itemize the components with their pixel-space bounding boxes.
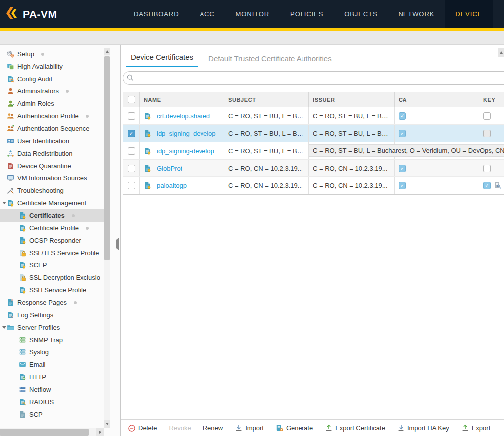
generate-button[interactable]: Generate: [276, 424, 313, 432]
row-checkbox[interactable]: ✓: [128, 130, 135, 137]
key-checkbox[interactable]: [483, 112, 491, 120]
table-row[interactable]: GlobProtC = RO, CN = 10.2.3.19...C = RO,…: [123, 160, 504, 177]
nav-item-network[interactable]: NETWORK: [388, 0, 445, 28]
sidebar-item-high-availability[interactable]: High Availability: [0, 60, 104, 73]
sidebar-item-certificates[interactable]: Certificates: [0, 209, 104, 222]
column-header-name[interactable]: NAME: [140, 92, 224, 107]
ca-checkbox[interactable]: ✓: [399, 130, 406, 137]
export-certificate-button[interactable]: Export Certificate: [325, 424, 385, 432]
sidebar-item-user-identification[interactable]: User Identification: [0, 135, 104, 147]
column-header-key[interactable]: KEY: [479, 92, 504, 107]
sidebar-item-netflow[interactable]: Netflow: [0, 383, 104, 396]
sidebar-item-data-redistribution[interactable]: Data Redistribution: [0, 147, 104, 160]
ca-checkbox[interactable]: ✓: [399, 112, 406, 120]
table-row[interactable]: crt.develop.sharedC = RO, ST = BU, L = B…: [123, 107, 504, 125]
certificate-name-link[interactable]: idp_signing_develop: [157, 130, 216, 137]
sidebar-item-authentication-sequence[interactable]: Authentication Sequence: [0, 122, 104, 135]
sidebar-item-administrators[interactable]: Administrators: [0, 85, 104, 97]
sidebar-item-setup[interactable]: Setup: [0, 48, 104, 60]
certificate-search-input[interactable]: [123, 71, 504, 85]
import-ha-key-button[interactable]: Import HA Key: [397, 424, 449, 432]
nav-item-acc[interactable]: ACC: [189, 0, 225, 28]
sidebar-item-vm-information-sources[interactable]: VM Information Sources: [0, 172, 104, 184]
sidebar-item-log-settings[interactable]: Log Settings: [0, 309, 104, 321]
sidebar-item-ssl-decryption-exclusio[interactable]: SSL Decryption Exclusio: [0, 271, 104, 284]
main-scroll-up-button[interactable]: [498, 48, 504, 57]
scroll-down-button[interactable]: [104, 420, 110, 428]
sidebar-item-ocsp-responder[interactable]: OCSP Responder: [0, 234, 104, 247]
table-row[interactable]: idp_signing-developC = RO, ST = BU, L = …: [123, 142, 504, 160]
sidebar-item-label: Authentication Sequence: [17, 125, 90, 132]
row-checkbox[interactable]: [128, 165, 135, 172]
subject-text: C = RO, CN = 10.2.3.19...: [228, 182, 303, 189]
sidebar-item-http[interactable]: HTTP: [0, 371, 104, 383]
sidebar-vertical-scrollbar[interactable]: [104, 48, 110, 428]
horizontal-scrollbar-thumb[interactable]: [0, 429, 89, 436]
key-cell: [479, 125, 504, 142]
name-cell: crt.develop.shared: [140, 107, 224, 124]
key-checkbox[interactable]: ✓: [483, 182, 491, 189]
certificate-name-link[interactable]: paloaltogp: [157, 182, 187, 189]
sidebar-item-certificate-profile[interactable]: Certificate Profile: [0, 222, 104, 234]
scroll-up-button[interactable]: [104, 48, 110, 55]
sidebar-item-response-pages[interactable]: Response Pages: [0, 296, 104, 309]
nav-item-dashboard[interactable]: DASHBOARD: [123, 0, 189, 28]
nav-item-objects[interactable]: OBJECTS: [334, 0, 388, 28]
sidebar-collapse-handle[interactable]: [116, 240, 119, 249]
certificate-name-link[interactable]: crt.develop.shared: [157, 112, 210, 120]
sidebar-item-label: Log Settings: [17, 311, 53, 319]
sidebar-item-admin-roles[interactable]: Admin Roles: [0, 97, 104, 110]
sidebar-item-email[interactable]: Email: [0, 358, 104, 371]
sidebar-item-troubleshooting[interactable]: Troubleshooting: [0, 184, 104, 197]
column-header-subject[interactable]: SUBJECT: [224, 92, 309, 107]
issuer-text: C = RO, ST = BU, L = Bu...: [313, 130, 390, 137]
select-all-checkbox[interactable]: [128, 96, 135, 103]
sidebar-item-label: Device Quarantine: [17, 162, 71, 170]
sidebar-item-server-profiles[interactable]: Server Profiles: [0, 321, 104, 334]
key-checkbox[interactable]: [483, 165, 491, 172]
tab-default-trusted-certificate-authorities[interactable]: Default Trusted Certificate Authorities: [203, 54, 337, 67]
certificate-icon: [144, 130, 151, 137]
tab-device-certificates[interactable]: Device Certificates: [126, 53, 198, 67]
nav-item-device[interactable]: DEVICE: [445, 0, 493, 28]
sidebar-item-scep[interactable]: SCEP: [0, 259, 104, 271]
nav-item-monitor[interactable]: MONITOR: [225, 0, 280, 28]
delete-button[interactable]: Delete: [128, 424, 157, 432]
certificate-name-link[interactable]: idp_signing-develop: [157, 147, 214, 155]
sidebar-item-authentication-profile[interactable]: Authentication Profile: [0, 110, 104, 122]
table-row[interactable]: paloaltogpC = RO, CN = 10.2.3.19...C = R…: [123, 177, 504, 194]
sidebar-item-snmp-trap[interactable]: SNMP Trap: [0, 334, 104, 346]
revoke-button[interactable]: Revoke: [169, 424, 191, 432]
sidebar-item-scp[interactable]: SCP: [0, 408, 104, 421]
sidebar-horizontal-scrollbar[interactable]: [0, 428, 104, 436]
nav-item-policies[interactable]: POLICIES: [280, 0, 334, 28]
vertical-scrollbar-thumb[interactable]: [104, 56, 110, 260]
sidebar-item-ssl-tls-service-profile[interactable]: SSL/TLS Service Profile: [0, 247, 104, 259]
sidebar-item-config-audit[interactable]: Config Audit: [0, 73, 104, 85]
sidebar-item-ssh-service-profile[interactable]: SSH Service Profile: [0, 284, 104, 296]
import-button[interactable]: Import: [235, 424, 264, 432]
export-button[interactable]: Export: [461, 424, 491, 432]
row-checkbox[interactable]: [128, 147, 135, 155]
sidebar-item-syslog[interactable]: Syslog: [0, 346, 104, 358]
ca-cell: ✓: [395, 107, 479, 124]
sidebar-splitter[interactable]: [111, 45, 120, 436]
issuer-cell: C = RO, CN = 10.2.3.19...: [309, 177, 395, 194]
sidebar-item-label: Netflow: [29, 386, 51, 393]
ca-checkbox[interactable]: ✓: [399, 165, 406, 172]
renew-button[interactable]: Renew: [203, 424, 223, 432]
scroll-right-button[interactable]: [96, 428, 104, 436]
table-row[interactable]: ✓idp_signing_developC = RO, ST = BU, L =…: [123, 125, 504, 142]
sidebar-item-radius[interactable]: RADIUS: [0, 396, 104, 408]
column-header-issuer[interactable]: ISSUER: [309, 92, 395, 107]
column-header-ca[interactable]: CA: [395, 92, 479, 107]
status-dot-icon: [74, 301, 77, 304]
sidebar-item-certificate-management[interactable]: Certificate Management: [0, 197, 104, 209]
row-checkbox[interactable]: [128, 182, 135, 189]
key-checkbox[interactable]: [483, 130, 491, 137]
sidebar-item-device-quarantine[interactable]: Device Quarantine: [0, 160, 104, 172]
ca-checkbox[interactable]: ✓: [399, 182, 406, 189]
certificate-name-link[interactable]: GlobProt: [157, 165, 182, 172]
row-checkbox[interactable]: [128, 112, 135, 120]
gears-icon: [7, 50, 14, 58]
